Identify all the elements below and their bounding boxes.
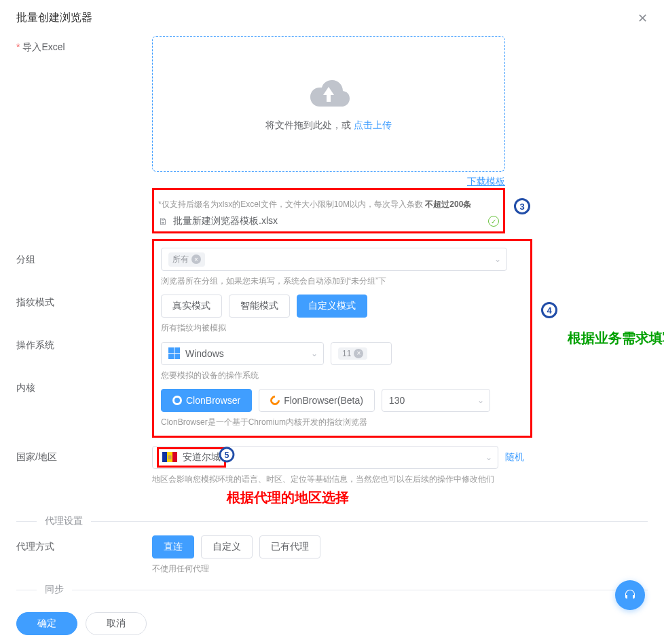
sync-section-divider: 同步 bbox=[16, 584, 648, 596]
help-fab[interactable] bbox=[615, 580, 645, 610]
chevron-down-icon: ⌄ bbox=[485, 453, 492, 462]
proxy-direct-button[interactable]: 直连 bbox=[152, 535, 194, 558]
close-icon[interactable]: ✕ bbox=[638, 11, 648, 26]
group-tag[interactable]: 所有× bbox=[168, 252, 205, 267]
uploaded-file-row[interactable]: 🗎 批量新建浏览器模板.xlsx ✓ bbox=[158, 215, 499, 227]
modal-footer: 确定 取消 bbox=[0, 603, 664, 644]
os-label: 操作系统 bbox=[16, 334, 152, 352]
proxy-label: 代理方式 bbox=[16, 535, 152, 575]
proxy-section-divider: 代理设置 bbox=[16, 515, 648, 527]
import-label: 导入Excel bbox=[16, 36, 152, 233]
fingerprint-custom-button[interactable]: 自定义模式 bbox=[297, 295, 367, 318]
kernel-hint: ClonBrowser是一个基于Chromium内核开发的指纹浏览器 bbox=[161, 416, 523, 429]
country-select[interactable]: 安道尔城 5 ⌄ bbox=[152, 446, 498, 469]
fingerprint-real-button[interactable]: 真实模式 bbox=[161, 295, 222, 318]
country-hint: 地区会影响您模拟环境的语言、时区、定位等基础信息，当然您也可以在后续的操作中修改… bbox=[152, 473, 648, 486]
cloud-upload-icon bbox=[305, 76, 352, 110]
proxy-custom-button[interactable]: 自定义 bbox=[201, 535, 253, 558]
annotation-box-5: 安道尔城 5 bbox=[157, 447, 226, 468]
modal-header: 批量创建浏览器 ✕ bbox=[0, 0, 664, 36]
annotation-red-text: 根据代理的地区选择 bbox=[152, 489, 424, 507]
kernel-clon-button[interactable]: ClonBrowser bbox=[161, 389, 252, 412]
os-version-tag[interactable]: 11× bbox=[338, 347, 367, 360]
andorra-flag-icon bbox=[162, 452, 177, 462]
import-hint: *仅支持后缀名为xlsx的Excel文件，文件大小限制10M以内，每次导入条数 … bbox=[158, 198, 499, 211]
windows-icon bbox=[168, 347, 180, 359]
os-version-select[interactable]: 11× bbox=[331, 342, 392, 365]
tag-remove-icon[interactable]: × bbox=[354, 349, 363, 358]
group-hint: 浏览器所在分组，如果您未填写，系统会自动添加到“未分组”下 bbox=[161, 275, 523, 288]
annotation-badge-3: 3 bbox=[514, 198, 530, 214]
annotation-badge-5: 5 bbox=[219, 447, 235, 463]
fingerprint-hint: 所有指纹均被模拟 bbox=[161, 322, 523, 335]
annotation-green-text: 根据业务需求填写 bbox=[568, 329, 664, 347]
download-template-link[interactable]: 下载模板 bbox=[152, 176, 505, 188]
country-label: 国家/地区 bbox=[16, 446, 152, 507]
chevron-down-icon: ⌄ bbox=[494, 254, 501, 264]
os-hint: 您要模拟的设备的操作系统 bbox=[161, 369, 523, 382]
fingerprint-label: 指纹模式 bbox=[16, 291, 152, 309]
document-icon: 🗎 bbox=[158, 216, 168, 227]
flon-icon bbox=[268, 394, 282, 407]
tag-remove-icon[interactable]: × bbox=[191, 254, 201, 264]
uploaded-file-name: 批量新建浏览器模板.xlsx bbox=[173, 215, 278, 227]
upload-click-link[interactable]: 点击上传 bbox=[354, 119, 392, 130]
ok-button[interactable]: 确定 bbox=[16, 612, 77, 635]
annotation-badge-4: 4 bbox=[541, 302, 557, 318]
chevron-down-icon: ⌄ bbox=[311, 349, 318, 358]
upload-text: 将文件拖到此处，或 点击上传 bbox=[265, 119, 392, 132]
group-label: 分组 bbox=[16, 248, 152, 266]
proxy-existing-button[interactable]: 已有代理 bbox=[259, 535, 320, 558]
kernel-flon-button[interactable]: FlonBrowser(Beta) bbox=[259, 389, 375, 412]
check-icon: ✓ bbox=[488, 216, 499, 227]
country-random-link[interactable]: 随机 bbox=[505, 451, 524, 463]
kernel-label: 内核 bbox=[16, 377, 152, 394]
annotation-box-3: *仅支持后缀名为xlsx的Excel文件，文件大小限制10M以内，每次导入条数 … bbox=[152, 188, 505, 233]
fingerprint-smart-button[interactable]: 智能模式 bbox=[229, 295, 290, 318]
headset-icon bbox=[623, 588, 637, 602]
cancel-button[interactable]: 取消 bbox=[86, 612, 147, 635]
chrome-icon bbox=[172, 396, 182, 405]
chevron-down-icon: ⌄ bbox=[477, 396, 484, 405]
annotation-box-4: 4 根据业务需求填写 所有× ⌄ 浏览器所在分组，如果您未填写，系统会自动添加到… bbox=[152, 239, 532, 438]
modal-title: 批量创建浏览器 bbox=[16, 11, 648, 25]
kernel-version-select[interactable]: 130 ⌄ bbox=[382, 389, 490, 412]
upload-dropzone[interactable]: 将文件拖到此处，或 点击上传 bbox=[152, 36, 505, 172]
os-select[interactable]: Windows ⌄ bbox=[161, 342, 324, 365]
group-select[interactable]: 所有× ⌄ bbox=[161, 248, 507, 271]
proxy-hint: 不使用任何代理 bbox=[152, 563, 648, 575]
